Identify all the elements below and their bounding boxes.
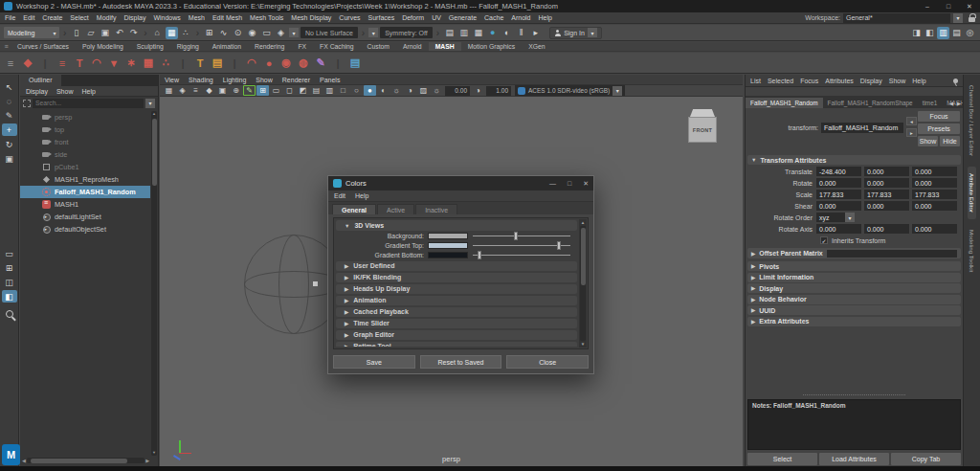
colors-section[interactable]: ▶ Cached Playback bbox=[336, 307, 577, 318]
toggle-tool-settings-icon[interactable]: ◧ bbox=[924, 27, 936, 39]
shaded-display-icon[interactable]: ● bbox=[364, 85, 376, 96]
shelf-separator[interactable]: | bbox=[330, 56, 345, 71]
colors-section[interactable]: ▶ Animation bbox=[336, 296, 577, 306]
view-cube-top-face[interactable] bbox=[690, 109, 715, 117]
outliner-vertical-scrollbar[interactable]: ▲ ▼ bbox=[151, 111, 157, 456]
input-connections-icon[interactable]: ◂ bbox=[906, 117, 917, 125]
show-button[interactable]: Show bbox=[918, 136, 938, 146]
viewport-menu-item[interactable]: View bbox=[165, 77, 179, 83]
shelf-tab[interactable]: Rigging bbox=[170, 42, 206, 51]
menu-item[interactable]: Windows bbox=[153, 14, 180, 21]
notes-area[interactable]: Notes: Falloff_MASH1_Random bbox=[747, 399, 961, 450]
grease-pencil-icon[interactable]: ✎ bbox=[243, 85, 256, 96]
colors-dialog-title-bar[interactable]: Colors — □ ✕ bbox=[328, 176, 593, 191]
attribute-editor-tab[interactable]: time1 bbox=[918, 98, 943, 108]
scroll-down-icon[interactable]: ▼ bbox=[581, 341, 585, 348]
colors-dialog-menu-item[interactable]: Help bbox=[355, 192, 368, 199]
scale-tool-icon[interactable]: ▣ bbox=[2, 152, 17, 165]
offset-parent-matrix-field[interactable] bbox=[827, 250, 957, 258]
gamma-field[interactable]: 1.00 bbox=[486, 86, 511, 96]
menu-item[interactable]: Curves bbox=[339, 14, 360, 21]
lock-icon[interactable] bbox=[969, 17, 975, 22]
colors-dialog-menu-item[interactable]: Edit bbox=[334, 192, 345, 199]
safe-action-icon[interactable]: ▥ bbox=[323, 85, 336, 96]
menu-item[interactable]: File bbox=[5, 14, 15, 21]
viewport-menu-item[interactable]: Renderer bbox=[282, 77, 310, 83]
inputs-icon[interactable]: ▤ bbox=[443, 27, 456, 39]
chevron-down-icon[interactable] bbox=[953, 13, 963, 23]
shelf-tab[interactable]: Animation bbox=[206, 42, 248, 51]
shelf-tab[interactable]: FX Caching bbox=[313, 42, 361, 51]
four-pane-layout-icon[interactable]: ⊞ bbox=[2, 261, 17, 274]
wireframe-display-icon[interactable]: ○ bbox=[350, 85, 363, 96]
sidebar-vertical-tab[interactable]: Attribute Editor bbox=[968, 167, 976, 219]
outputs-icon[interactable]: ▥ bbox=[457, 27, 470, 39]
value-field-x[interactable]: 0.000 bbox=[816, 201, 861, 211]
slider-handle[interactable] bbox=[514, 232, 518, 240]
chevron-down-icon[interactable] bbox=[845, 213, 855, 222]
outliner-item[interactable]: MASH1 bbox=[20, 198, 150, 211]
hide-button[interactable]: Hide bbox=[940, 136, 960, 146]
copy-tab-button[interactable]: Copy Tab bbox=[891, 453, 961, 465]
chevron-down-icon[interactable] bbox=[368, 28, 378, 37]
attribute-editor-tab[interactable]: Falloff_MASH1_RandomShape bbox=[823, 98, 918, 108]
toggle-channel-box-icon[interactable]: ▥ bbox=[937, 27, 949, 39]
menu-item[interactable]: Modify bbox=[97, 14, 117, 21]
bookmarks-icon[interactable]: ◆ bbox=[203, 85, 215, 96]
value-field-x[interactable]: -248.400 bbox=[816, 167, 861, 176]
mash-grid-icon[interactable]: ▦ bbox=[141, 56, 156, 71]
search-input[interactable] bbox=[33, 99, 144, 108]
shelf-tab[interactable]: Poly Modeling bbox=[76, 42, 130, 51]
pin-icon[interactable] bbox=[953, 78, 958, 83]
viewport-menu-item[interactable]: Panels bbox=[320, 77, 340, 83]
camera-attributes-icon[interactable]: ≡ bbox=[189, 85, 202, 96]
colors-dialog-tab[interactable]: General bbox=[332, 204, 376, 214]
outliner-menu-item[interactable]: Display bbox=[26, 88, 48, 95]
textured-display-icon[interactable]: ◐ bbox=[377, 85, 390, 96]
colors-section[interactable]: ▶ Retime Tool bbox=[336, 342, 577, 348]
menu-item[interactable]: Mesh Display bbox=[291, 14, 331, 21]
select-hierarchy-icon[interactable]: ⌂ bbox=[151, 27, 164, 39]
shelf-tab[interactable]: Custom bbox=[361, 42, 396, 51]
colors-section[interactable]: ▶ Heads Up Display bbox=[336, 284, 577, 295]
attribute-section[interactable]: ▶ Display bbox=[747, 283, 961, 293]
gamma-icon[interactable]: ◑ bbox=[472, 85, 484, 96]
close-button[interactable]: ✕ bbox=[583, 180, 589, 188]
select-button[interactable]: Select bbox=[747, 453, 817, 465]
mash-waiter-icon[interactable]: ◆ bbox=[20, 56, 35, 71]
chevron-down-icon[interactable] bbox=[289, 28, 299, 37]
outliner-item[interactable]: front bbox=[20, 136, 150, 148]
menu-item[interactable]: Create bbox=[42, 14, 62, 21]
value-field-z[interactable]: 0.000 bbox=[912, 167, 957, 176]
sidebar-vertical-tab[interactable]: Modeling Toolkit bbox=[968, 223, 976, 279]
load-attributes-button[interactable]: Load Attributes bbox=[819, 453, 889, 465]
value-field-y[interactable]: 177.833 bbox=[864, 190, 909, 199]
3d-views-section[interactable]: ▼ 3D Views bbox=[336, 220, 577, 231]
gate-mask-icon[interactable]: ◩ bbox=[297, 85, 309, 96]
inherits-transform-checkbox[interactable]: ✓ bbox=[820, 236, 828, 244]
scroll-left-icon[interactable]: ◀ bbox=[22, 458, 26, 463]
viewport-menu-item[interactable]: Show bbox=[256, 77, 273, 83]
value-field-y[interactable]: 0.000 bbox=[864, 201, 909, 211]
colors-dialog-tab[interactable]: Inactive bbox=[415, 204, 457, 214]
lighting-icon[interactable]: ☼ bbox=[390, 85, 403, 96]
attribute-section[interactable]: ▶ Node Behavior bbox=[747, 295, 961, 304]
snap-view-plane-icon[interactable]: ▭ bbox=[260, 27, 273, 39]
presets-button[interactable]: Presets bbox=[918, 123, 960, 134]
menu-item[interactable]: Surfaces bbox=[368, 14, 395, 21]
snap-projected-center-icon[interactable]: ◉ bbox=[246, 27, 258, 39]
curve-warp-icon[interactable]: ◠ bbox=[244, 56, 259, 71]
attribute-editor-menu-item[interactable]: Help bbox=[912, 78, 925, 84]
sphere-falloff-icon[interactable]: ● bbox=[261, 56, 277, 71]
undo-icon[interactable]: ↶ bbox=[113, 27, 125, 39]
menu-set-dropdown[interactable]: Modeling bbox=[4, 27, 59, 38]
outliner-item[interactable]: defaultLightSet bbox=[20, 211, 150, 223]
mash-placer-icon[interactable]: ▼ bbox=[106, 56, 122, 71]
scrollbar-thumb[interactable] bbox=[152, 119, 157, 186]
construction-history-icon[interactable]: ▦ bbox=[472, 27, 484, 39]
toggle-modeling-toolkit-icon[interactable]: ▤ bbox=[950, 27, 963, 39]
outliner-persp-layout-icon[interactable]: ◧ bbox=[2, 290, 17, 303]
exposure-field[interactable]: 0.00 bbox=[445, 86, 470, 96]
view-cube-front-face[interactable]: FRONT bbox=[688, 117, 717, 143]
magnifier-icon[interactable] bbox=[6, 310, 13, 318]
